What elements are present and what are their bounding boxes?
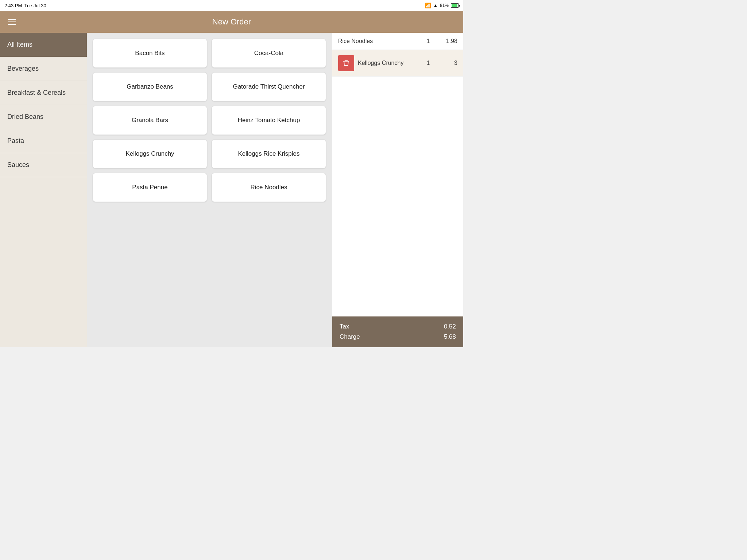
product-card-kelloggs-rice-krispies[interactable]: Kelloggs Rice Krispies — [212, 139, 326, 168]
tax-label: Tax — [340, 323, 349, 330]
product-card-gatorade-thirst-quencher[interactable]: Gatorade Thirst Quencher — [212, 72, 326, 101]
status-time: 2:43 PM — [4, 3, 22, 8]
wifi-icon: 📶 — [425, 3, 431, 8]
sidebar-item-all-items[interactable]: All Items — [0, 33, 87, 57]
order-row: Kelloggs Crunchy13 — [332, 50, 463, 77]
location-icon: ▲ — [433, 3, 438, 8]
product-card-kelloggs-crunchy[interactable]: Kelloggs Crunchy — [93, 139, 207, 168]
delete-button[interactable] — [338, 55, 354, 71]
page-title: New Order — [212, 17, 251, 27]
tax-row: Tax 0.52 — [340, 322, 456, 332]
charge-value: 5.68 — [444, 333, 456, 341]
product-card-heinz-tomato-ketchup[interactable]: Heinz Tomato Ketchup — [212, 106, 326, 135]
product-card-rice-noodles[interactable]: Rice Noodles — [212, 173, 326, 202]
battery-percent: 81% — [440, 3, 449, 8]
main-layout: All ItemsBeveragesBreakfast & CerealsDri… — [0, 33, 463, 347]
sidebar: All ItemsBeveragesBreakfast & CerealsDri… — [0, 33, 87, 347]
product-area: Bacon BitsCoca-ColaGarbanzo BeansGatorad… — [87, 33, 332, 347]
product-card-bacon-bits[interactable]: Bacon Bits — [93, 39, 207, 68]
battery-icon — [451, 3, 459, 8]
order-item-price: 3 — [436, 60, 457, 66]
charge-label: Charge — [340, 333, 360, 341]
app-header: New Order — [0, 11, 463, 33]
sidebar-item-pasta[interactable]: Pasta — [0, 129, 87, 153]
status-bar-right: 📶 ▲ 81% — [425, 3, 459, 8]
order-footer: Tax 0.52 Charge 5.68 — [332, 316, 463, 347]
sidebar-item-beverages[interactable]: Beverages — [0, 57, 87, 81]
sidebar-item-sauces[interactable]: Sauces — [0, 153, 87, 177]
menu-button[interactable] — [6, 17, 18, 27]
order-item-name: Rice Noodles — [338, 38, 421, 44]
order-row: Rice Noodles11.98 — [332, 33, 463, 50]
status-bar-left: 2:43 PM Tue Jul 30 — [4, 3, 46, 8]
product-card-granola-bars[interactable]: Granola Bars — [93, 106, 207, 135]
product-card-garbanzo-beans[interactable]: Garbanzo Beans — [93, 72, 207, 101]
order-item-qty: 1 — [421, 60, 436, 66]
status-bar: 2:43 PM Tue Jul 30 📶 ▲ 81% — [0, 0, 463, 11]
tax-value: 0.52 — [444, 323, 456, 330]
sidebar-item-breakfast-cereals[interactable]: Breakfast & Cereals — [0, 81, 87, 105]
product-grid: Bacon BitsCoca-ColaGarbanzo BeansGatorad… — [93, 39, 326, 202]
product-card-coca-cola[interactable]: Coca-Cola — [212, 39, 326, 68]
sidebar-item-dried-beans[interactable]: Dried Beans — [0, 105, 87, 129]
status-date: Tue Jul 30 — [24, 3, 46, 8]
order-item-qty: 1 — [421, 38, 436, 44]
charge-row: Charge 5.68 — [340, 332, 456, 342]
order-item-name: Kelloggs Crunchy — [358, 60, 421, 66]
order-item-price: 1.98 — [436, 38, 457, 44]
order-items-list: Rice Noodles11.98Kelloggs Crunchy13 — [332, 33, 463, 316]
product-card-pasta-penne[interactable]: Pasta Penne — [93, 173, 207, 202]
order-panel: Rice Noodles11.98Kelloggs Crunchy13 Tax … — [332, 33, 463, 347]
